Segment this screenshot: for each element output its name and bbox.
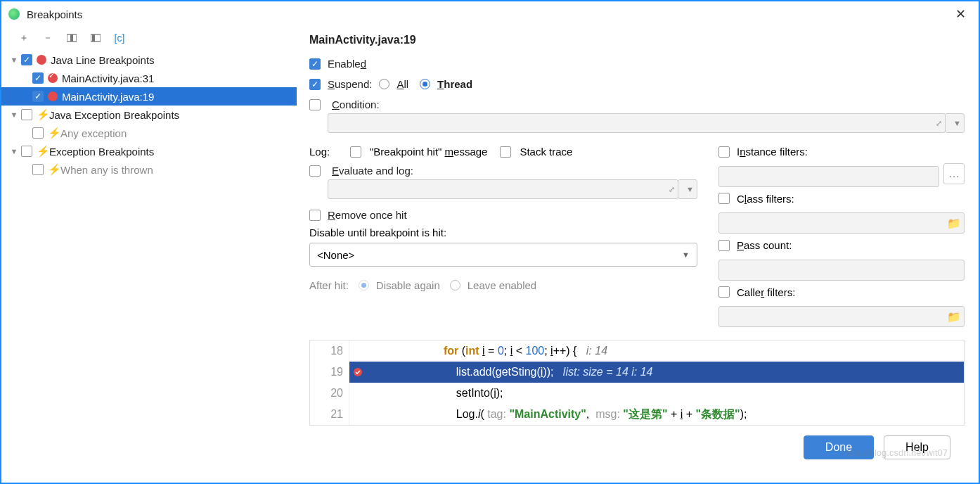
- radio-thread[interactable]: Thread: [420, 78, 472, 90]
- bolt-icon: ⚡: [37, 145, 49, 158]
- chevron-down-icon[interactable]: ▼: [7, 147, 21, 155]
- tree-java-exception-breakpoints[interactable]: ▼ ⚡ Java Exception Breakpoints: [1, 106, 297, 124]
- tree-item-mainactivity-19[interactable]: ✓ MainActivity.java:19: [1, 87, 297, 106]
- more-icon[interactable]: …: [943, 163, 965, 184]
- bolt-icon: ⚡: [48, 127, 60, 139]
- tree-item-any-exception[interactable]: ⚡ Any exception: [1, 124, 297, 142]
- disable-until-select[interactable]: <None> ▼: [309, 243, 697, 267]
- tree-label: MainActivity.java:31: [62, 72, 154, 84]
- remove-icon[interactable]: －: [42, 32, 53, 44]
- code-line-20: 20 setInto(i);: [310, 383, 964, 404]
- code-line-18: 18 for (int i = 0; i < 100; i++) { i: 14: [310, 340, 964, 362]
- stack-trace-check[interactable]: Stack trace: [500, 146, 572, 158]
- radio-disable-again: Disable again: [359, 279, 440, 291]
- detail-title: MainActivity.java:19: [309, 34, 965, 46]
- bp-hit-check[interactable]: "Breakpoint hit" message: [350, 146, 487, 158]
- radio-leave-enabled: Leave enabled: [450, 279, 536, 291]
- log-label: Log:: [309, 146, 337, 158]
- disable-until-label: Disable until breakpoint is hit:: [309, 227, 697, 238]
- breakpoints-tree: ▼ ✓ Java Line Breakpoints ✓ MainActivity…: [1, 49, 297, 180]
- eval-block: Evaluate and log: ⤢ ▼: [309, 165, 697, 199]
- checkbox[interactable]: [309, 210, 321, 221]
- remove-once-hit[interactable]: Remove once hit: [309, 209, 697, 221]
- svg-rect-1: [70, 34, 73, 42]
- log-row: Log: "Breakpoint hit" message Stack trac…: [309, 146, 697, 158]
- tree-label: Java Exception Breakpoints: [49, 109, 179, 121]
- suspend-label: Suspend:: [328, 78, 372, 90]
- window-title: Breakpoints: [27, 8, 950, 20]
- tree-item-mainactivity-31[interactable]: ✓ MainActivity.java:31: [1, 69, 297, 87]
- filter-icon[interactable]: [c]: [114, 32, 125, 44]
- eval-input[interactable]: ⤢: [328, 179, 678, 199]
- caller-filters-check[interactable]: Caller filters:: [718, 286, 795, 298]
- code-preview: 18 for (int i = 0; i < 100; i++) { i: 14…: [309, 340, 965, 426]
- titlebar: Breakpoints ✕: [1, 1, 979, 27]
- after-hit-label: After hit:: [309, 279, 349, 291]
- enabled-checkbox[interactable]: ✓: [309, 58, 321, 70]
- pass-count-input[interactable]: [718, 260, 965, 281]
- expand-icon[interactable]: ⤢: [669, 185, 675, 194]
- chevron-down-icon[interactable]: ▼: [7, 110, 21, 119]
- condition-block: Condition: ⤢ ▼: [309, 98, 965, 133]
- radio-all[interactable]: All: [379, 78, 408, 90]
- code-line-19: 19 list.add(getSting(i)); list: size = 1…: [310, 362, 964, 383]
- expand-icon[interactable]: ⤢: [936, 119, 942, 128]
- condition-history-dd[interactable]: ▼: [945, 113, 965, 133]
- enabled-row[interactable]: ✓ Enabled: [309, 58, 965, 70]
- class-filters-input[interactable]: 📁: [718, 212, 965, 234]
- eval-check[interactable]: Evaluate and log:: [309, 165, 697, 177]
- suspend-checkbox[interactable]: ✓: [309, 79, 321, 90]
- instance-filters-check[interactable]: Instance filters:: [718, 146, 808, 158]
- svg-rect-3: [92, 34, 95, 42]
- checkbox[interactable]: [32, 127, 44, 139]
- app-icon: [8, 8, 20, 20]
- breakpoints-panel: ＋ － [c] ▼ ✓ Java Line Breakpoints ✓ Main…: [1, 27, 297, 483]
- checkbox[interactable]: ✓: [32, 72, 44, 84]
- help-button[interactable]: Help: [884, 435, 950, 459]
- suspend-row: ✓ Suspend: All Thread: [309, 78, 965, 90]
- bolt-icon: ⚡: [48, 163, 60, 176]
- caller-filters-input[interactable]: 📁: [718, 306, 965, 327]
- tree-label: Exception Breakpoints: [49, 146, 154, 158]
- condition-input[interactable]: ⤢: [328, 113, 946, 133]
- tree-java-line-breakpoints[interactable]: ▼ ✓ Java Line Breakpoints: [1, 51, 297, 69]
- after-hit-row: After hit: Disable again Leave enabled: [309, 279, 697, 291]
- breakpoint-verified-icon: [48, 73, 58, 83]
- close-icon[interactable]: ✕: [950, 4, 972, 25]
- class-filters-check[interactable]: Class filters:: [718, 193, 794, 205]
- folder-icon[interactable]: 📁: [947, 217, 961, 230]
- tree-label: Any exception: [60, 127, 127, 139]
- breakpoint-icon: [48, 91, 58, 101]
- checkbox[interactable]: [32, 164, 44, 175]
- done-button[interactable]: Done: [804, 435, 874, 459]
- breakpoint-icon: [37, 55, 46, 65]
- bolt-icon: ⚡: [37, 108, 49, 121]
- checkbox[interactable]: [21, 146, 32, 157]
- pass-count-check[interactable]: Pass count:: [718, 239, 792, 251]
- tree-item-when-any-thrown[interactable]: ⚡ When any is thrown: [1, 160, 297, 179]
- group-icon-2[interactable]: [90, 32, 101, 44]
- instance-filters-input[interactable]: [718, 166, 939, 187]
- condition-check[interactable]: Condition:: [309, 98, 965, 110]
- breakpoint-verified-icon: [349, 367, 366, 377]
- tree-exception-breakpoints[interactable]: ▼ ⚡ Exception Breakpoints: [1, 142, 297, 160]
- footer: Done Help https://blog.csdn.net/wit07: [309, 426, 965, 469]
- tree-label: When any is thrown: [60, 164, 153, 176]
- enabled-label: Enabled: [328, 58, 366, 70]
- group-icon[interactable]: [66, 32, 77, 44]
- checkbox[interactable]: ✓: [21, 54, 32, 65]
- code-line-21: 21 Log.i( tag: "MainActivity", msg: "这是第…: [310, 404, 964, 425]
- eval-history-dd[interactable]: ▼: [678, 179, 697, 199]
- toolbar: ＋ － [c]: [1, 31, 297, 49]
- folder-icon[interactable]: 📁: [947, 310, 961, 324]
- checkbox[interactable]: [21, 109, 32, 120]
- chevron-down-icon[interactable]: ▼: [7, 56, 21, 64]
- checkbox[interactable]: ✓: [32, 91, 44, 102]
- detail-panel: MainActivity.java:19 ✓ Enabled ✓ Suspend…: [297, 27, 979, 483]
- tree-label: Java Line Breakpoints: [51, 54, 155, 66]
- add-icon[interactable]: ＋: [18, 32, 30, 44]
- tree-label: MainActivity.java:19: [62, 91, 154, 103]
- chevron-down-icon: ▼: [682, 250, 690, 259]
